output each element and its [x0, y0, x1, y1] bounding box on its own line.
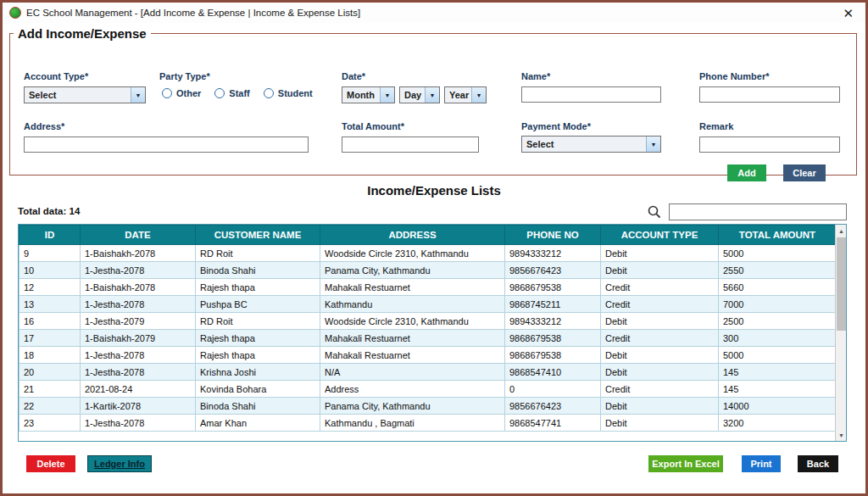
table-cell[interactable]: 0 [505, 381, 601, 398]
table-cell[interactable]: Kathmandu , Bagmati [320, 415, 505, 432]
table-cell[interactable]: 300 [719, 330, 837, 347]
table-cell[interactable]: Rajesh thapa [196, 347, 320, 364]
total-amount-input[interactable] [342, 137, 479, 153]
table-cell[interactable]: 13 [19, 296, 81, 313]
table-cell[interactable]: Credit [601, 279, 719, 296]
column-header-phone-no[interactable]: PHONE NO [505, 226, 601, 245]
table-cell[interactable]: 18 [19, 347, 81, 364]
table-cell[interactable]: 145 [719, 381, 837, 398]
table-cell[interactable]: 5000 [719, 245, 837, 262]
table-cell[interactable]: Credit [601, 296, 719, 313]
table-cell[interactable]: Debit [601, 364, 719, 381]
table-cell[interactable]: 1-Baishakh-2079 [81, 330, 196, 347]
table-cell[interactable]: 22 [19, 398, 81, 415]
table-cell[interactable]: Kovinda Bohara [196, 381, 320, 398]
table-cell[interactable]: 3200 [719, 415, 837, 432]
table-cell[interactable]: 23 [19, 415, 81, 432]
back-button[interactable]: Back [798, 455, 838, 472]
table-cell[interactable]: 21 [19, 381, 81, 398]
table-cell[interactable]: 1-Jestha-2078 [81, 364, 196, 381]
clear-button[interactable]: Clear [783, 164, 826, 181]
phone-number-input[interactable] [699, 86, 840, 103]
table-cell[interactable]: 9868679538 [505, 347, 601, 364]
export-excel-button[interactable]: Export In Excel [648, 455, 723, 472]
print-button[interactable]: Print [742, 455, 781, 472]
table-cell[interactable]: RD Roit [196, 313, 320, 330]
table-cell[interactable]: 2550 [719, 262, 837, 279]
date-day-dropdown[interactable]: Day ▼ [399, 86, 440, 103]
table-cell[interactable]: 5660 [719, 279, 837, 296]
table-cell[interactable]: Rajesh thapa [196, 330, 320, 347]
table-cell[interactable]: Debit [601, 398, 719, 415]
table-cell[interactable]: 16 [19, 313, 81, 330]
search-input[interactable] [669, 203, 847, 220]
table-cell[interactable]: Amar Khan [196, 415, 320, 432]
column-header-account-type[interactable]: ACCOUNT TYPE [601, 226, 719, 245]
delete-button[interactable]: Delete [26, 455, 75, 472]
table-cell[interactable]: Panama City, Kathmandu [320, 398, 505, 415]
add-button[interactable]: Add [727, 164, 766, 181]
table-cell[interactable]: 1-Jestha-2078 [81, 415, 196, 432]
scrollbar-thumb[interactable] [837, 237, 846, 331]
table-cell[interactable]: 14000 [719, 398, 837, 415]
vertical-scrollbar[interactable]: ▲ ▼ [835, 225, 846, 441]
table-cell[interactable]: Woodside Circle 2310, Kathmandu [320, 313, 505, 330]
name-input[interactable] [521, 86, 661, 103]
table-cell[interactable]: 1-Kartik-2078 [81, 398, 196, 415]
table-cell[interactable]: 9868679538 [505, 279, 601, 296]
table-cell[interactable]: 5000 [719, 347, 837, 364]
radio-staff[interactable]: Staff [214, 88, 249, 98]
table-cell[interactable]: 1-Jestha-2079 [81, 313, 196, 330]
close-icon[interactable]: ✕ [839, 5, 857, 21]
table-cell[interactable]: 9868745211 [505, 296, 601, 313]
table-cell[interactable]: 9 [19, 245, 81, 262]
table-cell[interactable]: 10 [19, 262, 81, 279]
remark-input[interactable] [699, 137, 840, 153]
table-cell[interactable]: 9894333212 [505, 313, 601, 330]
date-year-dropdown[interactable]: Year ▼ [444, 86, 487, 103]
table-cell[interactable]: 9868547741 [505, 415, 601, 432]
table-cell[interactable]: Pushpa BC [196, 296, 320, 313]
ledger-info-button[interactable]: Ledger Info [87, 455, 152, 472]
table-cell[interactable]: Address [320, 381, 505, 398]
table-cell[interactable]: 2021-08-24 [81, 381, 196, 398]
table-row[interactable]: 121-Baishakh-2078Rajesh thapaMahakali Re… [19, 279, 837, 296]
table-row[interactable]: 221-Kartik-2078Binoda ShahiPanama City, … [19, 398, 837, 415]
table-cell[interactable]: 9856676423 [505, 262, 601, 279]
table-row[interactable]: 201-Jestha-2078Krishna JoshiN/A986854741… [19, 364, 837, 381]
table-cell[interactable]: 1-Baishakh-2078 [81, 279, 196, 296]
table-cell[interactable]: Debit [601, 245, 719, 262]
table-row[interactable]: 101-Jestha-2078Binoda ShahiPanama City, … [19, 262, 837, 279]
table-row[interactable]: 91-Baishakh-2078RD RoitWoodside Circle 2… [19, 245, 837, 262]
table-cell[interactable]: N/A [320, 364, 505, 381]
date-month-dropdown[interactable]: Month ▼ [342, 86, 395, 103]
column-header-total-amount[interactable]: TOTAL AMOUNT [719, 226, 837, 245]
column-header-date[interactable]: DATE [81, 226, 196, 245]
table-cell[interactable]: Debit [601, 313, 719, 330]
table-cell[interactable]: 1-Baishakh-2078 [81, 245, 196, 262]
table-cell[interactable]: Credit [601, 330, 719, 347]
table-cell[interactable]: 12 [19, 279, 81, 296]
table-row[interactable]: 161-Jestha-2079RD RoitWoodside Circle 23… [19, 313, 837, 330]
column-header-customer-name[interactable]: CUSTOMER NAME [196, 226, 320, 245]
scrollbar-up-icon[interactable]: ▲ [836, 225, 847, 237]
radio-student[interactable]: Student [264, 88, 313, 98]
table-cell[interactable]: Mahakali Restuarnet [320, 330, 505, 347]
table-row[interactable]: 181-Jestha-2078Rajesh thapaMahakali Rest… [19, 347, 837, 364]
table-cell[interactable]: Mahakali Restuarnet [320, 347, 505, 364]
table-cell[interactable]: Credit [601, 381, 719, 398]
table-cell[interactable]: 17 [19, 330, 81, 347]
table-cell[interactable]: 9868547410 [505, 364, 601, 381]
table-cell[interactable]: 1-Jestha-2078 [81, 347, 196, 364]
table-cell[interactable]: Debit [601, 262, 719, 279]
table-cell[interactable]: 20 [19, 364, 81, 381]
table-cell[interactable]: Rajesh thapa [196, 279, 320, 296]
table-cell[interactable]: Kathmandu [320, 296, 505, 313]
table-row[interactable]: 212021-08-24Kovinda BoharaAddress0Credit… [19, 381, 837, 398]
table-cell[interactable]: Krishna Joshi [196, 364, 320, 381]
table-cell[interactable]: 9868679538 [505, 330, 601, 347]
address-input[interactable] [24, 137, 309, 153]
table-cell[interactable]: 145 [719, 364, 837, 381]
table-cell[interactable]: 2500 [719, 313, 837, 330]
table-cell[interactable]: 9894333212 [505, 245, 601, 262]
